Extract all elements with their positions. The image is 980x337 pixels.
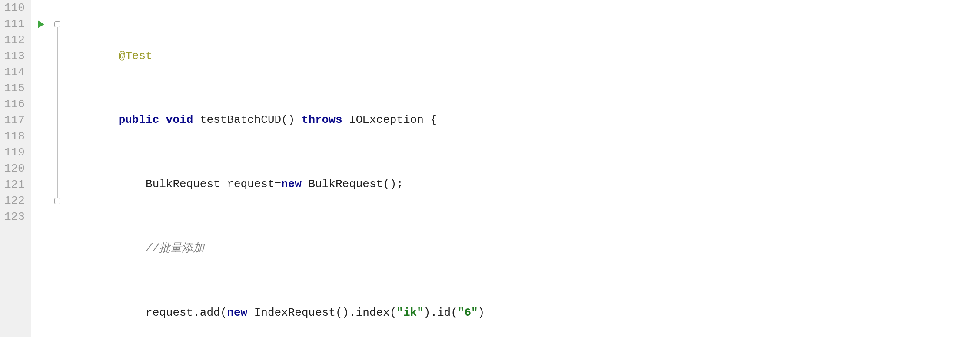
line-number[interactable]: 122 (4, 193, 25, 209)
gutter-icon-cell (31, 112, 51, 129)
line-number[interactable]: 121 (4, 177, 25, 193)
fold-cell (51, 64, 64, 80)
comment: //批量添加 (146, 241, 204, 257)
keyword: new (227, 305, 254, 321)
fold-cell (51, 0, 64, 16)
gutter: 1101111121131141151161171181191201211221… (0, 0, 31, 337)
gutter-icon-cell (31, 177, 51, 193)
gutter-icon-cell (31, 96, 51, 112)
gutter-icon-cell (31, 0, 51, 16)
fold-cell (51, 161, 64, 177)
fold-cell (51, 96, 64, 112)
gutter-icon-cell (31, 193, 51, 209)
code-area[interactable]: @Test public void testBatchCUD() throws … (64, 0, 980, 337)
code-line[interactable]: //批量添加 (64, 241, 980, 257)
gutter-icon-cell (31, 64, 51, 80)
code-line[interactable]: BulkRequest request=new BulkRequest(); (64, 176, 980, 192)
fold-cell (51, 145, 64, 161)
gutter-icon-cell (31, 209, 51, 225)
line-number[interactable]: 118 (4, 129, 25, 145)
fold-open-icon[interactable] (54, 21, 60, 27)
line-number[interactable]: 113 (4, 48, 25, 64)
line-number[interactable]: 110 (4, 0, 25, 16)
fold-cell (51, 209, 64, 225)
gutter-icon-cell (31, 129, 51, 145)
run-icon-column (31, 0, 51, 337)
line-number[interactable]: 123 (4, 209, 25, 225)
keyword: new (281, 176, 308, 192)
code-line[interactable]: public void testBatchCUD() throws IOExce… (64, 112, 980, 128)
code-line[interactable]: request.add(new IndexRequest().index("ik… (64, 305, 980, 321)
string-literal: "6" (458, 305, 478, 321)
gutter-icon-cell (31, 161, 51, 177)
line-number[interactable]: 120 (4, 161, 25, 177)
run-icon[interactable] (38, 20, 44, 28)
gutter-icon-cell (31, 48, 51, 64)
gutter-icon-cell (31, 145, 51, 161)
fold-cell (51, 129, 64, 145)
line-number[interactable]: 117 (4, 112, 25, 129)
fold-cell[interactable] (51, 16, 64, 32)
gutter-icon-cell (31, 80, 51, 96)
gutter-icon-cell (31, 32, 51, 48)
line-number[interactable]: 116 (4, 96, 25, 112)
gutter-icon-cell[interactable] (31, 16, 51, 32)
keyword: throws (302, 112, 349, 128)
fold-close-icon[interactable] (54, 198, 60, 204)
line-number[interactable]: 114 (4, 64, 25, 80)
line-number[interactable]: 119 (4, 145, 25, 161)
fold-column (51, 0, 64, 337)
code-line[interactable]: @Test (64, 48, 980, 64)
fold-cell[interactable] (51, 193, 64, 209)
annotation: @Test (119, 48, 153, 64)
line-number[interactable]: 111 (4, 16, 25, 32)
fold-cell (51, 80, 64, 96)
line-number[interactable]: 112 (4, 32, 25, 48)
keyword: public (119, 112, 166, 128)
fold-cell (51, 32, 64, 48)
line-number[interactable]: 115 (4, 80, 25, 96)
fold-cell (51, 48, 64, 64)
fold-cell (51, 112, 64, 129)
string-literal: "ik" (396, 305, 423, 321)
keyword: void (166, 112, 200, 128)
